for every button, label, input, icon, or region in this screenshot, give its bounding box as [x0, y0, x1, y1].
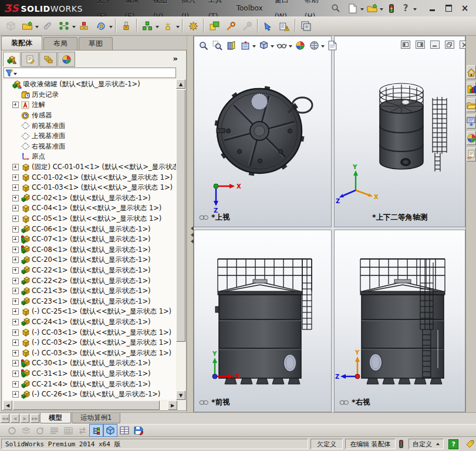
tree-row[interactable]: CC-24<1> (默认<默认_显示状态-1>)	[3, 317, 177, 328]
expand-icon[interactable]	[12, 278, 19, 284]
viewport-vertical-splitter[interactable]	[332, 36, 334, 412]
tree-row[interactable]: CC-22<1> (默认<默认_显示状态-1>)	[3, 265, 177, 276]
expand-icon[interactable]	[12, 216, 19, 222]
exploded-view-button[interactable]	[139, 18, 156, 34]
expand-icon[interactable]	[12, 164, 19, 170]
tab-运动算例1[interactable]: 运动算例1	[72, 413, 120, 423]
new-motion-study-button[interactable]	[185, 18, 201, 34]
hide-show-items-button[interactable]	[275, 38, 289, 52]
snapshot-button[interactable]	[298, 18, 314, 34]
tree-row[interactable]: 吸收液储罐 (默认<默认_显示状态-1>)	[3, 79, 177, 90]
configurationmanager-tab[interactable]	[39, 52, 57, 67]
displaymanager-tab[interactable]	[58, 52, 75, 67]
expand-icon[interactable]	[12, 298, 19, 305]
new-document-caret[interactable]	[360, 8, 364, 12]
tree-row[interactable]: CC-05<1> (默认<<默认>_显示状态 1>)	[3, 214, 177, 224]
status-tag-icon[interactable]	[465, 439, 475, 449]
tree-row[interactable]: (-) CC-03<3> (默认<<默认>_显示状态 1>)	[3, 348, 177, 358]
tree-row[interactable]: 原点	[3, 152, 177, 162]
results-button[interactable]	[47, 424, 61, 437]
scroll-down-button[interactable]: ▼	[176, 391, 185, 400]
tree-row[interactable]: 上视基准面	[3, 131, 177, 142]
expand-icon[interactable]	[12, 339, 19, 346]
viewport-horizontal-splitter[interactable]	[194, 227, 465, 230]
tree-row[interactable]: (-) CC-03<1> (默认<<默认>_显示状态 1>)	[3, 327, 177, 338]
doc-restore-button[interactable]	[445, 41, 454, 49]
scroll-left-button[interactable]: ◀	[3, 400, 12, 410]
featuremanager-tab[interactable]	[3, 52, 21, 67]
viewport-right-view[interactable]: Y Z *右视	[334, 230, 465, 412]
tree-row[interactable]: CC-01-03<1> (默认<<默认>_显示状态 1>)	[3, 183, 177, 193]
tree-row[interactable]: CC-07<1> (默认<默认_显示状态-1>)	[3, 234, 177, 245]
splitter-handle[interactable]	[188, 226, 194, 244]
expand-icon[interactable]	[12, 391, 19, 398]
expand-icon[interactable]	[12, 257, 19, 263]
expand-icon[interactable]	[12, 102, 19, 108]
expand-icon[interactable]	[12, 350, 19, 356]
nav-previous-button[interactable]: ◀	[11, 414, 19, 423]
nav-first-button[interactable]: ◀◀	[1, 414, 9, 423]
tree-row[interactable]: CC-30<1> (默认<默认_显示状态-1>)	[3, 358, 177, 369]
tree-row[interactable]: CC-04<1> (默认<<默认>_显示状态 1>)	[3, 203, 177, 214]
minimize-button[interactable]	[427, 4, 437, 13]
tree-row[interactable]: CC-21<4> (默认<默认_显示状态-1>)	[3, 379, 177, 389]
propertymanager-tab[interactable]	[21, 52, 39, 67]
interference-detection-button[interactable]	[206, 18, 222, 34]
appearances-tab[interactable]	[467, 131, 476, 145]
view-settings-button[interactable]	[325, 38, 339, 52]
tree-row[interactable]: CC-21<3> (默认<默认_显示状态-1>)	[3, 286, 177, 297]
rebuild-warning-button[interactable]	[276, 18, 293, 34]
new-document-button[interactable]	[346, 2, 359, 15]
tree-row[interactable]: 右视基准面	[3, 142, 177, 152]
tab-模型[interactable]: 模型	[40, 413, 71, 423]
display-style-caret[interactable]	[271, 45, 274, 49]
nav-next-button[interactable]: ▶	[21, 414, 29, 423]
insert-components-button[interactable]	[2, 18, 19, 34]
feature-tree-display-button[interactable]	[89, 424, 103, 437]
tab-装配体[interactable]: 装配体	[1, 36, 42, 50]
tree-row[interactable]: (-) CC-26<1> (默认<默认_显示状态-1>)	[3, 389, 177, 400]
motion-study-properties-button[interactable]	[5, 424, 19, 437]
playback-mode-button[interactable]	[75, 424, 89, 437]
doc-dock-left-button[interactable]	[401, 41, 410, 49]
solidworks-resources-tab[interactable]	[467, 82, 476, 96]
edit-appearance-button[interactable]	[293, 38, 307, 52]
custom-properties-tab[interactable]	[467, 147, 476, 161]
tree-row[interactable]: 前视基准面	[3, 120, 177, 131]
open-document-button[interactable]	[19, 18, 35, 34]
panel-splitter[interactable]	[187, 36, 194, 412]
close-button[interactable]: ×	[460, 4, 470, 13]
status-traffic-light-icon[interactable]	[399, 439, 404, 449]
animation-wizard-button[interactable]	[19, 424, 33, 437]
help-caret[interactable]	[413, 8, 417, 12]
nav-last-button[interactable]: ▶▶	[31, 414, 39, 423]
design-library-tab[interactable]	[467, 98, 476, 112]
status-custom-dropdown[interactable]: 自定义	[409, 439, 444, 449]
tree-row[interactable]: 注解	[3, 100, 177, 110]
view-orientation-caret[interactable]	[252, 45, 256, 49]
attachments-button[interactable]	[39, 18, 56, 34]
move-component-caret[interactable]	[109, 26, 113, 30]
tree-vertical-scrollbar[interactable]: ▲ ▼	[176, 79, 185, 400]
expand-icon[interactable]	[12, 288, 19, 294]
open-document-caret[interactable]	[380, 8, 383, 12]
tree-row[interactable]: CC-20<1> (默认<默认_显示状态-1>)	[3, 255, 177, 265]
zoom-to-fit-button[interactable]	[196, 38, 210, 52]
expand-icon[interactable]	[12, 184, 19, 191]
doc-minimize-button[interactable]	[430, 41, 440, 49]
tree-filter-field[interactable]	[4, 68, 176, 78]
scroll-right-button[interactable]: ▶	[168, 400, 177, 410]
open-document-caret[interactable]	[35, 26, 39, 30]
section-view-button[interactable]	[224, 38, 238, 52]
tree-row[interactable]: CC-01-02<1> (默认<<默认>_显示状态 1>)	[3, 172, 177, 183]
viewport-isometric-view[interactable]: Y X Z *上下二等角轴测	[334, 36, 465, 227]
tree-row[interactable]: CC-08<1> (默认<默认_显示状态-1>)	[3, 245, 177, 255]
expand-icon[interactable]	[12, 174, 19, 181]
tree-row[interactable]: CC-02<1> (默认<默认_显示状态-1>)	[3, 193, 177, 204]
search-icon[interactable]	[331, 4, 340, 13]
instant3d-button[interactable]	[260, 18, 276, 34]
apply-scene-caret[interactable]	[321, 45, 325, 49]
viewport-front-view[interactable]: Y X *前视	[194, 230, 332, 412]
tree-horizontal-scrollbar[interactable]: ◀ ▶	[3, 400, 177, 410]
move-component-button[interactable]	[93, 18, 109, 34]
